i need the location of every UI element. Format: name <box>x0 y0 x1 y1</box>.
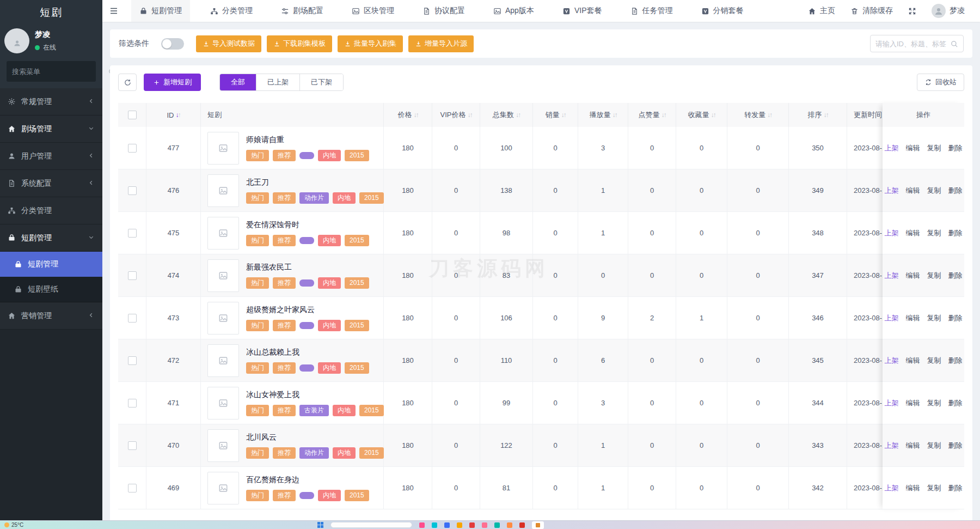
action-publish[interactable]: 上架 <box>885 398 899 408</box>
tab-protocol[interactable]: 协议配置 <box>414 0 473 22</box>
status-tab-all[interactable]: 全部 <box>220 74 256 90</box>
taskbar-app-icon[interactable] <box>482 522 487 528</box>
download-template-button[interactable]: 下载剧集模板 <box>267 35 332 52</box>
action-delete[interactable]: 删除 <box>948 313 963 323</box>
row-checkbox[interactable] <box>128 271 137 280</box>
row-checkbox[interactable] <box>128 441 137 450</box>
filter-toggle[interactable] <box>161 38 184 50</box>
drama-thumbnail[interactable] <box>207 387 239 419</box>
drama-thumbnail[interactable] <box>207 174 239 207</box>
action-copy[interactable]: 复制 <box>927 143 941 153</box>
action-publish[interactable]: 上架 <box>885 356 899 366</box>
action-copy[interactable]: 复制 <box>927 441 941 451</box>
sort-control-episodes[interactable]: ↓↑ <box>516 111 520 119</box>
tab-vip[interactable]: VIP套餐 <box>554 0 610 22</box>
action-publish[interactable]: 上架 <box>885 441 899 451</box>
action-edit[interactable]: 编辑 <box>906 143 920 153</box>
action-delete[interactable]: 删除 <box>948 186 963 196</box>
action-delete[interactable]: 删除 <box>948 228 963 238</box>
action-delete[interactable]: 删除 <box>948 143 963 153</box>
action-publish[interactable]: 上架 <box>885 228 899 238</box>
action-copy[interactable]: 复制 <box>927 398 941 408</box>
home-link[interactable]: 主页 <box>800 0 843 22</box>
action-publish[interactable]: 上架 <box>885 186 899 196</box>
table-search-input[interactable] <box>875 40 950 48</box>
action-publish[interactable]: 上架 <box>885 483 899 493</box>
action-delete[interactable]: 删除 <box>948 271 963 281</box>
taskbar-app-icon[interactable] <box>419 522 425 528</box>
action-copy[interactable]: 复制 <box>927 228 941 238</box>
sort-control-vip_price[interactable]: ↓↑ <box>467 111 471 119</box>
tab-app-version[interactable]: App版本 <box>485 0 542 22</box>
status-tab-off-shelf[interactable]: 已下架 <box>299 74 343 90</box>
sidebar-subitem-drama-list[interactable]: 短剧管理 <box>0 252 102 277</box>
action-publish[interactable]: 上架 <box>885 313 899 323</box>
sidebar-subitem-drama-wallpaper[interactable]: 短剧壁纸 <box>0 277 102 302</box>
select-all-checkbox[interactable] <box>128 111 137 119</box>
taskbar-app-icon[interactable] <box>444 522 450 528</box>
taskbar-app-icon[interactable] <box>457 522 462 528</box>
action-edit[interactable]: 编辑 <box>906 483 920 493</box>
action-edit[interactable]: 编辑 <box>906 228 920 238</box>
action-edit[interactable]: 编辑 <box>906 398 920 408</box>
action-copy[interactable]: 复制 <box>927 313 941 323</box>
action-delete[interactable]: 删除 <box>948 483 963 493</box>
sort-control-likes[interactable]: ↓↑ <box>661 111 666 119</box>
action-copy[interactable]: 复制 <box>927 356 941 366</box>
tab-categories[interactable]: 分类管理 <box>202 0 261 22</box>
search-icon[interactable] <box>950 40 958 48</box>
drama-thumbnail[interactable] <box>207 259 239 292</box>
hamburger-icon[interactable] <box>102 6 125 16</box>
refresh-button[interactable] <box>118 74 137 91</box>
drama-thumbnail[interactable] <box>207 302 239 335</box>
sidebar-item-drama[interactable]: 短剧管理 <box>0 224 102 252</box>
row-checkbox[interactable] <box>128 144 137 153</box>
drama-thumbnail[interactable] <box>207 472 239 504</box>
fullscreen-button[interactable] <box>901 0 924 22</box>
sort-control-shares[interactable]: ↓↑ <box>767 111 771 119</box>
sidebar-item-system[interactable]: 系统配置 <box>0 170 102 197</box>
sidebar-item-categories[interactable]: 分类管理 <box>0 197 102 224</box>
drama-thumbnail[interactable] <box>207 132 239 165</box>
row-checkbox[interactable] <box>128 484 137 492</box>
sidebar-item-users[interactable]: 用户管理 <box>0 143 102 170</box>
tab-theater-config[interactable]: 剧场配置 <box>273 0 332 22</box>
tab-drama[interactable]: 短剧管理 <box>131 0 190 22</box>
row-checkbox[interactable] <box>128 399 137 408</box>
taskbar-app-icon[interactable] <box>469 522 475 528</box>
batch-import-button[interactable]: 批量导入剧集 <box>338 35 403 52</box>
status-tab-on-shelf[interactable]: 已上架 <box>256 74 299 90</box>
taskbar-app-icon[interactable] <box>494 522 500 528</box>
sort-control-order[interactable]: ↓↑ <box>824 111 828 119</box>
taskbar-search[interactable] <box>330 522 412 528</box>
incremental-import-button[interactable]: 增量导入片源 <box>408 35 474 52</box>
tab-tasks[interactable]: 任务管理 <box>622 0 681 22</box>
windows-icon[interactable] <box>317 522 323 528</box>
tab-distribution[interactable]: 分销套餐 <box>693 0 752 22</box>
taskbar-app-icon[interactable] <box>507 522 512 528</box>
row-checkbox[interactable] <box>128 356 137 365</box>
action-copy[interactable]: 复制 <box>927 271 941 281</box>
taskbar-active-app[interactable] <box>532 521 544 529</box>
sidebar-search-input[interactable] <box>12 68 108 76</box>
sort-control-id[interactable]: ↓↑ <box>176 111 180 119</box>
action-edit[interactable]: 编辑 <box>906 356 920 366</box>
sort-control-favorites[interactable]: ↓↑ <box>711 111 715 119</box>
user-menu[interactable]: 梦凌 <box>924 0 972 22</box>
recycle-bin-button[interactable]: 回收站 <box>917 74 964 91</box>
sort-control-plays[interactable]: ↓↑ <box>612 111 617 119</box>
import-test-data-button[interactable]: 导入测试数据 <box>196 35 261 52</box>
action-edit[interactable]: 编辑 <box>906 271 920 281</box>
sort-control-price[interactable]: ↓↑ <box>414 111 418 119</box>
action-edit[interactable]: 编辑 <box>906 313 920 323</box>
sidebar-item-theater[interactable]: 剧场管理 <box>0 115 102 143</box>
action-delete[interactable]: 删除 <box>948 441 963 451</box>
drama-thumbnail[interactable] <box>207 217 239 250</box>
action-edit[interactable]: 编辑 <box>906 186 920 196</box>
action-edit[interactable]: 编辑 <box>906 441 920 451</box>
taskbar-app-icon[interactable] <box>432 522 437 528</box>
add-drama-button[interactable]: 新增短剧 <box>144 74 201 91</box>
row-checkbox[interactable] <box>128 229 137 238</box>
action-publish[interactable]: 上架 <box>885 271 899 281</box>
taskbar-app-icon[interactable] <box>519 522 525 528</box>
